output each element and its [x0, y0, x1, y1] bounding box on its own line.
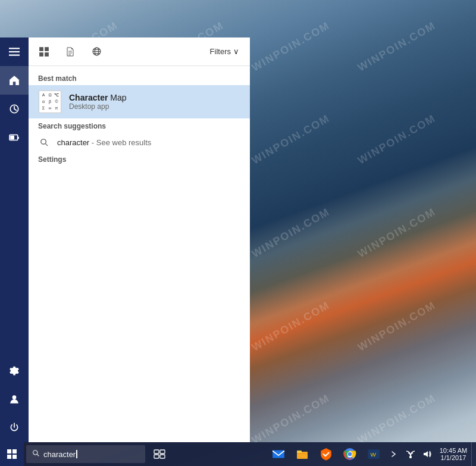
svg-rect-23	[12, 449, 17, 454]
character-map-title-bold: Character	[69, 93, 108, 102]
svg-rect-22	[7, 449, 11, 454]
taskbar-search-icon	[32, 449, 40, 459]
character-map-icon: AΩ℃ αβ© Σ∞π	[38, 90, 62, 114]
svg-point-39	[348, 452, 352, 456]
start-menu-sidebar	[0, 37, 29, 442]
svg-point-7	[12, 395, 17, 399]
svg-point-42	[410, 456, 412, 458]
volume-icon[interactable]	[419, 442, 436, 466]
svg-rect-5	[18, 137, 19, 139]
best-match-label: Best match	[29, 71, 250, 85]
svg-line-27	[37, 454, 39, 456]
taskbar-chrome-icon[interactable]	[338, 442, 362, 466]
task-view-button[interactable]	[148, 442, 171, 466]
network-icon[interactable]	[402, 442, 419, 466]
sidebar-power[interactable]	[0, 414, 29, 442]
taskbar-avast-icon[interactable]	[314, 442, 338, 466]
results-area: Best match AΩ℃ αβ© Σ∞π Character Map Des…	[29, 66, 250, 442]
filters-button[interactable]: Filters ∨	[206, 45, 243, 58]
start-menu: Filters ∨ Best match AΩ℃ αβ© Σ∞π Charact…	[0, 37, 250, 442]
sidebar-user[interactable]	[0, 385, 29, 414]
svg-rect-2	[9, 55, 20, 56]
svg-rect-24	[7, 455, 11, 459]
taskbar-search-text: character	[43, 450, 76, 459]
text-cursor	[76, 450, 77, 458]
svg-rect-11	[45, 52, 49, 57]
character-map-title-rest: Map	[108, 93, 126, 102]
filters-label: Filters	[210, 47, 231, 56]
svg-rect-0	[9, 48, 20, 49]
svg-rect-6	[10, 136, 14, 140]
sidebar-hamburger[interactable]	[0, 37, 29, 66]
chevron-down-icon: ∨	[233, 47, 239, 56]
show-desktop-button[interactable]	[471, 442, 476, 466]
svg-rect-31	[160, 455, 165, 458]
grid-view-button[interactable]	[36, 43, 52, 60]
svg-point-20	[40, 139, 45, 143]
svg-line-21	[45, 143, 48, 146]
svg-rect-8	[39, 47, 43, 51]
taskbar-search-box[interactable]: character	[26, 445, 145, 463]
settings-label: Settings	[29, 152, 250, 166]
show-hidden-icons-button[interactable]	[386, 442, 402, 466]
svg-rect-1	[9, 51, 20, 52]
svg-rect-30	[154, 455, 159, 458]
web-filter-button[interactable]	[88, 43, 105, 60]
sidebar-settings[interactable]	[0, 356, 29, 385]
search-suggestions-label: Search suggestions	[29, 118, 250, 133]
clock-date: 1/1/2017	[441, 454, 466, 461]
document-filter-button[interactable]	[62, 43, 79, 60]
svg-rect-32	[273, 450, 284, 458]
taskbar-mail-icon[interactable]	[267, 442, 290, 466]
character-map-title: Character Map	[69, 93, 127, 102]
character-map-subtitle: Desktop app	[69, 102, 127, 111]
svg-rect-34	[297, 451, 302, 453]
search-suggestion-icon	[38, 136, 50, 148]
sidebar-recent[interactable]	[0, 95, 29, 123]
clock-display[interactable]: 10:45 AM 1/1/2017	[436, 442, 471, 466]
taskbar-explorer-icon[interactable]	[290, 442, 314, 466]
svg-rect-28	[154, 450, 159, 454]
svg-rect-25	[12, 455, 17, 459]
start-button[interactable]	[0, 442, 24, 466]
taskbar: character	[0, 442, 476, 466]
clock-time: 10:45 AM	[440, 447, 467, 454]
sidebar-battery[interactable]	[0, 123, 29, 152]
svg-rect-10	[39, 52, 43, 57]
svg-rect-29	[160, 450, 165, 454]
suggestion-link-text: - See web results	[92, 138, 151, 147]
sidebar-home[interactable]	[0, 66, 29, 95]
search-panel: Filters ∨ Best match AΩ℃ αβ© Σ∞π Charact…	[29, 37, 250, 442]
svg-rect-9	[45, 47, 49, 51]
filter-bar: Filters ∨	[29, 37, 250, 66]
character-map-text: Character Map Desktop app	[69, 93, 127, 111]
web-search-suggestion[interactable]: character - See web results	[29, 133, 250, 152]
taskbar-unknown-app-icon[interactable]: W	[362, 442, 386, 466]
suggestion-keyword: character	[57, 138, 89, 147]
suggestion-text: character - See web results	[57, 138, 151, 147]
character-map-result[interactable]: AΩ℃ αβ© Σ∞π Character Map Desktop app	[29, 85, 250, 118]
svg-text:W: W	[371, 451, 377, 458]
svg-point-26	[33, 451, 37, 455]
